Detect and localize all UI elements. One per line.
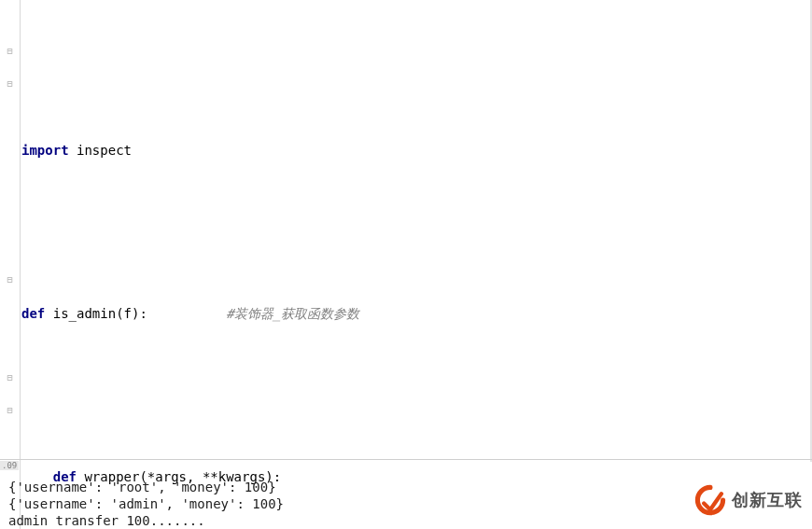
keyword-import: import: [21, 143, 69, 158]
ide-viewport: ⊟ ⊟ ⊟ ⊟ ⊟ import inspect def is_admin(f)…: [0, 0, 812, 529]
output-line: {'username': 'root', 'money': 100}: [8, 479, 284, 495]
code-line[interactable]: import inspect: [20, 134, 810, 167]
watermark-logo-icon: [694, 484, 726, 516]
watermark: 创新互联: [694, 484, 803, 516]
fold-icon[interactable]: ⊟: [5, 372, 15, 383]
comment: #装饰器_获取函数参数: [226, 306, 359, 321]
fold-icon[interactable]: ⊟: [5, 46, 15, 56]
fold-icon[interactable]: ⊟: [5, 274, 15, 285]
fold-icon[interactable]: ⊟: [5, 78, 15, 89]
code-editor[interactable]: import inspect def is_admin(f): #装饰器_获取函…: [20, 0, 810, 529]
output-line: {'username': 'admin', 'money': 100}: [8, 495, 284, 512]
gutter: ⊟ ⊟ ⊟ ⊟ ⊟: [0, 0, 21, 529]
code-line[interactable]: def is_admin(f): #装饰器_获取函数参数: [20, 298, 810, 330]
pane-separator[interactable]: [0, 459, 812, 460]
console-output[interactable]: {'username': 'root', 'money': 100} {'use…: [8, 479, 284, 529]
watermark-text: 创新互联: [732, 489, 803, 511]
fold-icon[interactable]: ⊟: [5, 405, 15, 415]
ratio-indicator: .09: [0, 461, 19, 470]
keyword-def: def: [21, 306, 45, 321]
output-line: admin transfer 100.......: [8, 512, 284, 529]
